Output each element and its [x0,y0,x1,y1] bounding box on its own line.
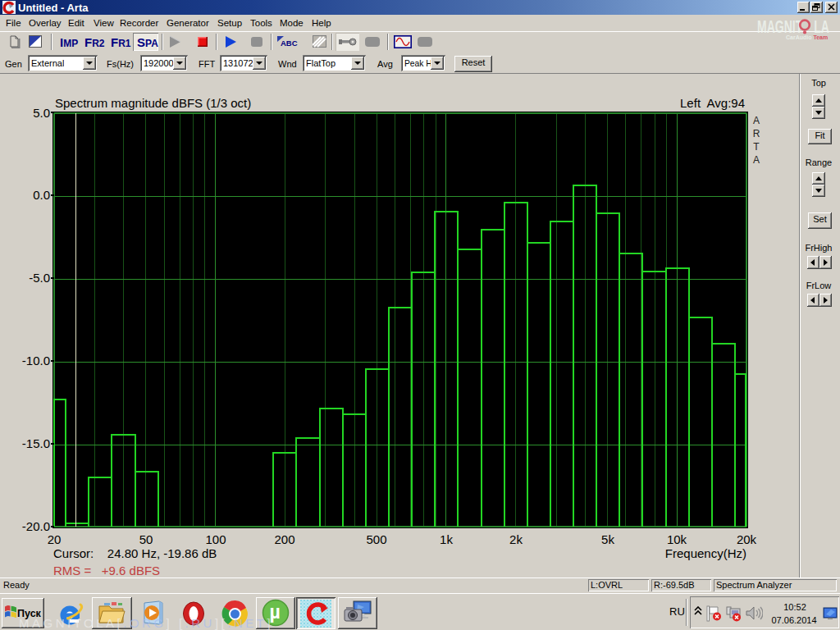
svg-text:ABC: ABC [281,39,298,48]
